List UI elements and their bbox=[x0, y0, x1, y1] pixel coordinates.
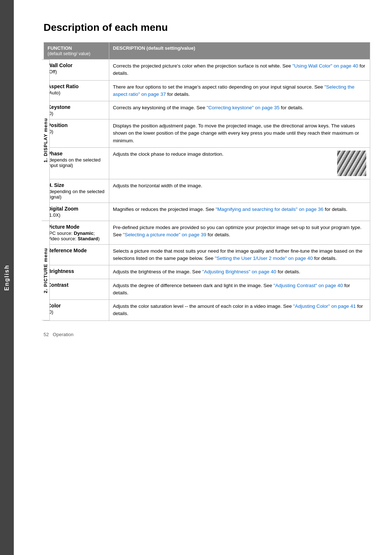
description-cell-brightness: Adjusts the brightness of the image. See… bbox=[109, 265, 370, 279]
section-label-2.-picture-menu: 2. PICTURE menu bbox=[42, 221, 50, 321]
table-row: Wall Color (Off) Corrects the projected … bbox=[44, 60, 370, 81]
function-cell-contrast: Contrast bbox=[44, 279, 109, 300]
function-header: FUNCTION (default setting/ value) bbox=[44, 42, 109, 60]
reference-mode-link[interactable]: "Setting the User 1/User 2 mode" on page… bbox=[215, 256, 313, 261]
page-title: Description of each menu bbox=[44, 22, 363, 33]
wall-color-link[interactable]: "Using Wall Color" on page 40 bbox=[293, 63, 358, 69]
function-cell-wall-color: Wall Color (Off) bbox=[44, 60, 109, 81]
footer: 52 Operation bbox=[44, 332, 363, 337]
description-cell-picture-mode: Pre-defined picture modes are provided s… bbox=[109, 221, 370, 244]
table-row: Color (0) Adjusts the color saturation l… bbox=[44, 300, 370, 321]
description-cell-position: Displays the position adjustment page. T… bbox=[109, 119, 370, 148]
table-row: Position (0) Displays the position adjus… bbox=[44, 119, 370, 148]
description-cell-color: Adjusts the color saturation level -- th… bbox=[109, 300, 370, 321]
digital-zoom-link[interactable]: "Magnifying and searching for details" o… bbox=[216, 207, 323, 212]
picture-mode-link[interactable]: "Selecting a picture mode" on page 39 bbox=[123, 232, 207, 237]
function-cell-brightness: Brightness bbox=[44, 265, 109, 279]
phase-image bbox=[337, 151, 366, 176]
function-cell-position: Position (0) bbox=[44, 119, 109, 148]
table-row: Picture Mode (PC source: Dynamic; Video … bbox=[44, 221, 370, 244]
color-link[interactable]: "Adjusting Color" on page 41 bbox=[293, 303, 356, 309]
description-cell-digital-zoom: Magnifies or reduces the projected image… bbox=[109, 203, 370, 221]
function-cell-phase: Phase (depends on the selected input sig… bbox=[44, 147, 109, 179]
table-row: Phase (depends on the selected input sig… bbox=[44, 147, 370, 179]
menu-description-table: FUNCTION (default setting/ value) DESCRI… bbox=[44, 42, 370, 321]
table-row: H. Size (depending on the selected signa… bbox=[44, 179, 370, 203]
table-row: Brightness Adjusts the brightness of the… bbox=[44, 265, 370, 279]
description-header: DESCRIPTION (default setting/value) bbox=[109, 42, 370, 60]
description-cell-phase: Adjusts the clock phase to reduce image … bbox=[109, 147, 370, 179]
description-cell-aspect-ratio: There are four options to set the image'… bbox=[109, 80, 370, 101]
table-header-row: FUNCTION (default setting/ value) DESCRI… bbox=[44, 42, 370, 60]
description-cell-contrast: Adjusts the degree of difference between… bbox=[109, 279, 370, 300]
function-cell-color: Color (0) bbox=[44, 300, 109, 321]
keystone-link[interactable]: "Correcting keystone" on page 35 bbox=[207, 105, 279, 110]
description-cell-reference-mode: Selects a picture mode that most suits y… bbox=[109, 244, 370, 265]
table-row: Digital Zoom (1.0X) Magnifies or reduces… bbox=[44, 203, 370, 221]
brightness-link[interactable]: "Adjusting Brightness" on page 40 bbox=[202, 269, 276, 274]
aspect-ratio-link[interactable]: "Selecting the aspect ratio" on page 37 bbox=[113, 84, 355, 97]
function-cell-aspect-ratio: Aspect Ratio (Auto) bbox=[44, 80, 109, 101]
function-cell-reference-mode: Reference Mode bbox=[44, 244, 109, 265]
footer-page: 52 bbox=[44, 332, 49, 337]
contrast-link[interactable]: "Adjusting Contrast" on page 40 bbox=[274, 283, 343, 288]
description-cell-h-size: Adjusts the horizontal width of the imag… bbox=[109, 179, 370, 203]
function-cell-digital-zoom: Digital Zoom (1.0X) bbox=[44, 203, 109, 221]
description-cell-keystone: Corrects any keystoning of the image. Se… bbox=[109, 101, 370, 119]
function-cell-h-size: H. Size (depending on the selected signa… bbox=[44, 179, 109, 203]
function-cell-picture-mode: Picture Mode (PC source: Dynamic; Video … bbox=[44, 221, 109, 244]
function-cell-keystone: Keystone (0) bbox=[44, 101, 109, 119]
table-row: Contrast Adjusts the degree of differenc… bbox=[44, 279, 370, 300]
table-row: Keystone (0) Corrects any keystoning of … bbox=[44, 101, 370, 119]
section-label-1.-display-menu: 1. DISPLAY menu bbox=[42, 60, 50, 221]
table-row: Aspect Ratio (Auto) There are four optio… bbox=[44, 80, 370, 101]
table-row: Reference Mode Selects a picture mode th… bbox=[44, 244, 370, 265]
description-cell-wall-color: Corrects the projected picture's color w… bbox=[109, 60, 370, 81]
footer-text: Operation bbox=[53, 332, 73, 337]
